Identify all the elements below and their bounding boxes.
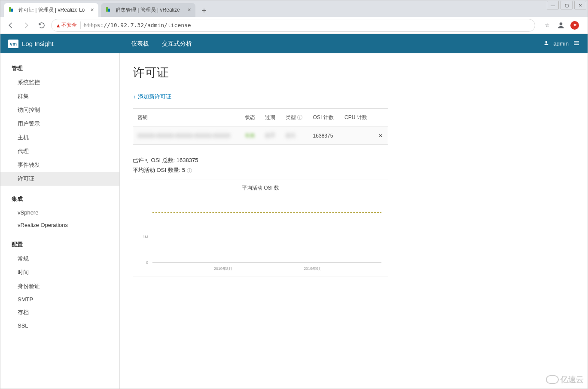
nav-back-button[interactable]	[5, 19, 17, 31]
window-maximize[interactable]: ▢	[561, 1, 573, 9]
browser-tab-active[interactable]: 许可证 | 管理员 | vRealize Lo ×	[4, 3, 98, 17]
license-expiry: 永不	[265, 132, 275, 138]
watermark-text: 亿速云	[561, 374, 584, 385]
add-license-label: 添加新许可证	[138, 93, 171, 101]
sidebar-item[interactable]: 群集	[0, 89, 119, 103]
chart-title: 平均活动 OSI 数	[133, 180, 388, 192]
col-cpu-count: CPU 计数	[340, 109, 374, 127]
osi-chart: 平均活动 OSI 数 1M 0 2019年8月 2019年9月	[133, 180, 388, 276]
plus-icon: +	[133, 94, 136, 100]
favicon-icon	[8, 6, 15, 13]
col-status: 状态	[241, 109, 261, 127]
col-key: 密钥	[133, 109, 241, 127]
svg-point-4	[560, 22, 563, 25]
total-osi-label: 已许可 OSI 总数:	[133, 157, 175, 163]
col-actions	[374, 109, 388, 127]
license-type: 永久	[286, 132, 296, 138]
sidebar-item[interactable]: 时间	[0, 266, 119, 279]
sidebar-item[interactable]: 许可证	[0, 172, 119, 186]
sidebar-item[interactable]: 事件转发	[0, 158, 119, 172]
x-tick-aug: 2019年8月	[214, 266, 232, 270]
license-status: 有效	[245, 132, 255, 138]
sidebar-section-title: 配置	[0, 237, 119, 252]
add-license-link[interactable]: + 添加新许可证	[133, 93, 171, 101]
sidebar-item[interactable]: 系统监控	[0, 76, 119, 89]
browser-tab-inactive[interactable]: 群集管理 | 管理员 | vRealize ×	[101, 3, 195, 17]
user-name: admin	[554, 40, 569, 47]
tab-close-icon[interactable]: ×	[91, 6, 94, 13]
col-expiry: 过期	[261, 109, 281, 127]
warning-icon: ▲	[57, 22, 60, 28]
extension-icon[interactable]: ✦	[570, 21, 579, 30]
hamburger-icon[interactable]	[573, 40, 580, 48]
table-row: XXXXX-XXXXX-XXXXX-XXXXX-XXXXX 有效 永不 永久 1…	[133, 127, 388, 145]
sidebar: 管理系统监控群集访问控制用户警示主机代理事件转发许可证集成vSpherevRea…	[0, 53, 120, 389]
tab-title: 群集管理 | 管理员 | vRealize	[116, 6, 184, 14]
favicon-icon	[105, 6, 112, 13]
top-nav: 仪表板 交互式分析	[120, 40, 192, 48]
window-close[interactable]: ✕	[574, 1, 586, 9]
svg-point-5	[545, 41, 547, 43]
nav-forward-button	[20, 19, 32, 31]
address-bar-icons: ☆ ✦	[539, 21, 583, 30]
license-table: 密钥 状态 过期 类型 i OSI 计数 CPU 计数 XXXXX-XXXXX-…	[133, 108, 388, 145]
brand-name: Log Insight	[22, 40, 53, 47]
avg-osi-label: 平均活动 OSI 数量:	[133, 167, 180, 173]
x-tick-sep: 2019年9月	[304, 266, 322, 270]
y-tick-0: 0	[146, 260, 148, 265]
window-controls: — ▢ ✕	[543, 0, 588, 11]
watermark-icon	[546, 375, 559, 384]
window-minimize[interactable]: —	[547, 1, 559, 9]
sidebar-item[interactable]: SSL	[0, 319, 119, 332]
license-osi-count: 1638375	[309, 127, 340, 145]
star-icon[interactable]: ☆	[543, 21, 551, 30]
col-osi-count: OSI 计数	[309, 109, 340, 127]
tab-title: 许可证 | 管理员 | vRealize Lo	[18, 6, 87, 14]
license-summary: 已许可 OSI 总数: 1638375 平均活动 OSI 数量: 5 i	[133, 155, 575, 175]
sidebar-item[interactable]: 主机	[0, 131, 119, 144]
chart-svg: 1M 0 2019年8月 2019年9月	[133, 192, 388, 273]
browser-tab-strip: 许可证 | 管理员 | vRealize Lo × 群集管理 | 管理员 | v…	[0, 0, 588, 17]
avg-osi-value: 5	[182, 167, 185, 173]
nav-reload-button[interactable]	[36, 19, 48, 31]
info-icon[interactable]: i	[297, 115, 302, 120]
delete-license-button[interactable]: ✕	[374, 127, 388, 145]
sidebar-item[interactable]: 存档	[0, 306, 119, 319]
y-tick-1m: 1M	[143, 235, 148, 239]
svg-rect-0	[9, 7, 11, 12]
app-header: vm Log Insight 仪表板 交互式分析 admin	[0, 34, 588, 53]
user-icon	[543, 40, 549, 47]
sidebar-item[interactable]: vSphere	[0, 206, 119, 219]
url-input[interactable]: ▲ 不安全 https://10.92.7.32/admin/license	[51, 19, 535, 32]
nav-dashboards[interactable]: 仪表板	[131, 40, 149, 48]
total-osi-value: 1638375	[177, 157, 198, 163]
sidebar-section-title: 集成	[0, 192, 119, 206]
insecure-label: 不安全	[61, 21, 77, 29]
license-cpu-count	[340, 127, 374, 145]
sidebar-item[interactable]: vRealize Operations	[0, 219, 119, 231]
info-icon[interactable]: i	[187, 168, 192, 173]
brand[interactable]: vm Log Insight	[0, 40, 120, 48]
watermark: 亿速云	[546, 374, 584, 385]
sidebar-item[interactable]: 代理	[0, 144, 119, 158]
app-body: 管理系统监控群集访问控制用户警示主机代理事件转发许可证集成vSpherevRea…	[0, 53, 588, 389]
nav-interactive-analytics[interactable]: 交互式分析	[162, 40, 192, 48]
browser-address-bar: ▲ 不安全 https://10.92.7.32/admin/license ☆…	[0, 17, 588, 34]
tab-close-icon[interactable]: ×	[188, 6, 191, 13]
svg-rect-2	[106, 7, 108, 12]
url-text: https://10.92.7.32/admin/license	[83, 22, 191, 28]
sidebar-item[interactable]: 访问控制	[0, 103, 119, 117]
sidebar-item[interactable]: 用户警示	[0, 117, 119, 131]
sidebar-item[interactable]: 身份验证	[0, 279, 119, 293]
sidebar-item[interactable]: 常规	[0, 252, 119, 266]
insecure-badge[interactable]: ▲ 不安全	[57, 21, 81, 29]
user-menu[interactable]: admin	[536, 40, 588, 48]
profile-icon[interactable]	[557, 21, 565, 30]
col-type: 类型 i	[281, 109, 309, 127]
content: 许可证 + 添加新许可证 密钥 状态 过期 类型 i OSI 计数 CPU 计数…	[120, 53, 588, 389]
sidebar-item[interactable]: SMTP	[0, 293, 119, 306]
svg-rect-1	[11, 9, 13, 12]
license-key: XXXXX-XXXXX-XXXXX-XXXXX-XXXXX	[137, 133, 230, 139]
svg-rect-3	[108, 9, 110, 12]
new-tab-button[interactable]: +	[198, 5, 210, 17]
